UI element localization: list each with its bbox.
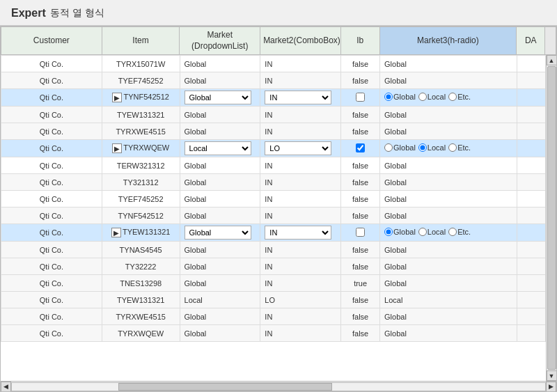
market3-radio-group: Global Local Etc. (384, 93, 471, 101)
cell-market-select[interactable]: Global Local Etc. (180, 224, 260, 242)
radio-etc-label[interactable]: Etc. (448, 143, 471, 152)
cell-ib: false (341, 174, 380, 191)
market2-combobox[interactable]: IN LO (265, 226, 331, 240)
table-row: Qti Co. ▶TYNF542512 Global Local Etc. (1, 89, 546, 107)
market-dropdown[interactable]: Global Local Etc. (185, 91, 251, 104)
cell-item: TERW321312 (102, 157, 180, 174)
cell-ib-checkbox[interactable] (341, 224, 380, 242)
cell-market3: Global (380, 56, 517, 72)
radio-etc-label[interactable]: Etc. (448, 228, 471, 236)
scroll-up-button[interactable]: ▲ (547, 55, 557, 65)
radio-etc[interactable] (448, 93, 457, 101)
cell-item: TYRXWQEW (102, 325, 180, 342)
ib-checkbox[interactable] (356, 143, 365, 152)
cell-market3: Global (380, 191, 517, 207)
radio-etc[interactable] (448, 228, 457, 236)
radio-etc-label[interactable]: Etc. (448, 93, 471, 101)
cell-ib-checkbox[interactable] (341, 89, 380, 107)
market-dropdown[interactable]: Global Local Etc. (185, 226, 251, 240)
scroll-right-button[interactable]: ▶ (546, 382, 556, 392)
cell-customer: Qti Co. (1, 325, 102, 342)
table-row: Qti Co. TYRXWE4515 Global IN false Globa… (1, 123, 546, 140)
cell-ib: false (341, 308, 380, 325)
cell-market: Global (180, 174, 260, 191)
scroll-h-thumb[interactable] (118, 383, 331, 391)
vertical-scrollbar[interactable]: ▲ ▼ (546, 55, 556, 381)
cell-market2-select[interactable]: IN LO (260, 89, 341, 107)
cell-da (517, 275, 545, 292)
market2-combobox[interactable]: IN LO (265, 91, 331, 104)
cell-market2: IN (260, 107, 341, 123)
cell-market3: Global (380, 258, 517, 275)
cell-da (517, 325, 545, 342)
cell-da (517, 258, 545, 275)
cell-market2: IN (260, 157, 341, 174)
col-header-item: Item (102, 27, 180, 55)
cell-market2: IN (260, 242, 341, 258)
cell-market3: Global (380, 242, 517, 258)
cell-market2-select[interactable]: IN LO (260, 140, 341, 157)
cell-item: TNES13298 (102, 275, 180, 292)
radio-local-label[interactable]: Local (418, 143, 446, 152)
cell-market2: IN (260, 191, 341, 207)
scroll-h-track[interactable] (11, 382, 546, 391)
radio-global-label[interactable]: Global (384, 228, 416, 236)
scroll-thumb[interactable] (547, 66, 556, 370)
header-wrapper: Customer Item Market(DropdownList) Marke… (1, 26, 556, 55)
cell-item: ▶TYNF542512 (102, 89, 180, 107)
cell-market2: IN (260, 72, 341, 89)
radio-global-label[interactable]: Global (384, 93, 416, 101)
cell-market2: LO (260, 292, 341, 308)
radio-global[interactable] (384, 93, 393, 101)
horizontal-scrollbar[interactable]: ◀ ▶ (1, 381, 556, 391)
cell-da (517, 56, 545, 72)
cell-da (517, 157, 545, 174)
market-dropdown[interactable]: Global Local Etc. (185, 141, 251, 155)
cell-item: TYEF745252 (102, 191, 180, 207)
cell-market: Global (180, 56, 260, 72)
radio-local[interactable] (418, 228, 427, 236)
market2-combobox[interactable]: IN LO (265, 141, 331, 155)
ib-checkbox[interactable] (356, 228, 365, 237)
cell-item: TYNAS4545 (102, 242, 180, 258)
ib-checkbox[interactable] (356, 93, 365, 102)
cell-ib: false (341, 325, 380, 342)
market3-radio-group: Global Local Etc. (384, 228, 471, 236)
expand-button[interactable]: ▶ (111, 228, 121, 237)
table-row: Qti Co. TYRX15071W Global IN false Globa… (1, 56, 546, 72)
cell-market-select[interactable]: Global Local Etc. (180, 89, 260, 107)
cell-ib-checkbox[interactable] (341, 140, 380, 157)
cell-market2-select[interactable]: IN LO (260, 224, 341, 242)
cell-item: TYEW131321 (102, 107, 180, 123)
expand-button[interactable]: ▶ (112, 93, 122, 102)
cell-item: TYRXWE4515 (102, 308, 180, 325)
cell-customer: Qti Co. (1, 56, 102, 72)
table-row: Qti Co. TYEF745252 Global IN false Globa… (1, 72, 546, 89)
radio-local-label[interactable]: Local (418, 93, 446, 101)
cell-market-select[interactable]: Global Local Etc. (180, 140, 260, 157)
cell-customer: Qti Co. (1, 292, 102, 308)
cell-customer: Qti Co. (1, 258, 102, 275)
radio-local[interactable] (418, 143, 427, 152)
cell-market2: IN (260, 207, 341, 224)
expand-button[interactable]: ▶ (112, 143, 122, 153)
radio-global[interactable] (384, 228, 393, 236)
radio-global-label[interactable]: Global (384, 143, 416, 152)
table-row: Qti Co. TYRXWE4515 Global IN false Globa… (1, 308, 546, 325)
table-row: Qti Co. TYRXWQEW Global IN false Global (1, 325, 546, 342)
body-scroll[interactable]: Qti Co. TYRX15071W Global IN false Globa… (1, 55, 556, 381)
table-row: Qti Co. TERW321312 Global IN false Globa… (1, 157, 546, 174)
scroll-down-button[interactable]: ▼ (547, 370, 557, 381)
radio-local-label[interactable]: Local (418, 228, 446, 236)
cell-market: Local (180, 292, 260, 308)
radio-global[interactable] (384, 143, 393, 152)
radio-local[interactable] (418, 93, 427, 101)
cell-market2: IN (260, 308, 341, 325)
title-bar: Expert 동적 열 형식 (0, 0, 557, 26)
col-header-scroll (545, 27, 556, 55)
header-row: Customer Item Market(DropdownList) Marke… (1, 27, 556, 55)
radio-etc[interactable] (448, 143, 457, 152)
col-header-customer: Customer (1, 27, 102, 55)
scroll-left-button[interactable]: ◀ (1, 382, 11, 392)
cell-item: TYRXWE4515 (102, 123, 180, 140)
